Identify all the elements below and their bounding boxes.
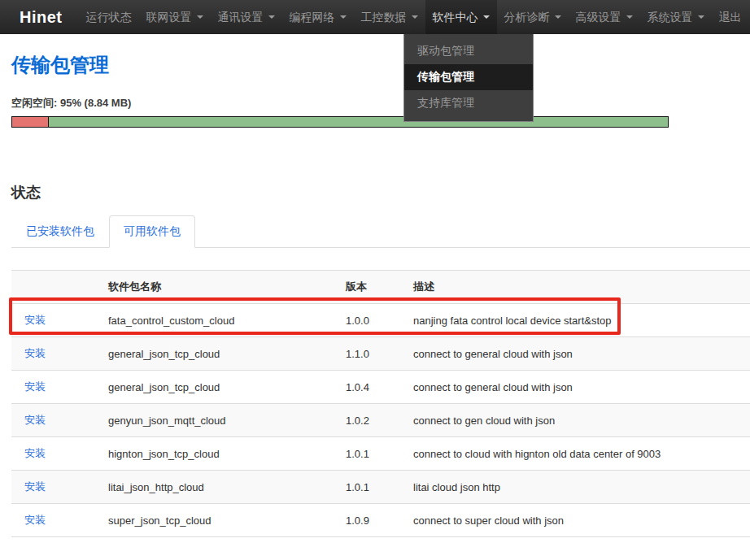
- install-link[interactable]: 安装: [24, 514, 46, 526]
- chevron-down-icon: [483, 15, 490, 19]
- description-cell: connect to cloud with hignton old data c…: [407, 437, 750, 471]
- version-cell: 1.0.1: [339, 437, 407, 471]
- install-link[interactable]: 安装: [24, 314, 46, 326]
- table-header-row: 软件包名称 版本 描述: [11, 271, 750, 304]
- action-cell: 安装: [11, 337, 102, 371]
- description-cell: connect to general cloud with json: [407, 371, 750, 404]
- nav-item-label: 分析诊断: [504, 0, 550, 34]
- package-name-cell: super_json_tcp_cloud: [102, 504, 339, 537]
- free-space-label: 空闲空间: 95% (8.84 MB): [11, 96, 750, 111]
- description-cell: connect to gen cloud with json: [407, 404, 750, 437]
- nav-item-software-center[interactable]: 软件中心: [425, 0, 497, 34]
- install-link[interactable]: 安装: [24, 447, 46, 459]
- page-title: 传输包管理: [11, 52, 750, 78]
- chevron-down-icon: [268, 15, 275, 19]
- nav-item-label: 工控数据: [361, 0, 407, 34]
- nav-item-programming-network[interactable]: 编程网络: [282, 0, 354, 34]
- description-cell: connect to general cloud with json: [407, 337, 750, 371]
- install-link[interactable]: 安装: [24, 480, 46, 493]
- package-name-cell: hignton_json_tcp_cloud: [102, 437, 339, 471]
- chevron-down-icon: [412, 15, 418, 19]
- header-version: 版本: [339, 271, 407, 304]
- nav-item-label: 退出: [719, 0, 742, 34]
- install-link[interactable]: 安装: [24, 414, 46, 426]
- table-row: 安装general_json_tcp_cloud1.0.4connect to …: [11, 371, 750, 404]
- package-name-cell: litai_json_http_cloud: [102, 471, 339, 504]
- install-link[interactable]: 安装: [24, 380, 46, 393]
- status-heading: 状态: [11, 183, 750, 202]
- nav-item-label: 运行状态: [86, 0, 132, 34]
- nav-item-label: 软件中心: [433, 0, 478, 34]
- tab-installed-packages[interactable]: 已安装软件包: [11, 215, 109, 248]
- action-cell: 安装: [11, 437, 102, 471]
- header-package-name: 软件包名称: [102, 271, 339, 304]
- header-action: [11, 271, 102, 304]
- chevron-down-icon: [197, 15, 203, 19]
- nav-item-advanced-settings[interactable]: 高级设置: [569, 0, 640, 34]
- package-name-cell: general_json_tcp_cloud: [102, 337, 339, 371]
- nav-item-comm-settings[interactable]: 通讯设置: [211, 0, 282, 34]
- version-cell: 1.0.0: [339, 304, 407, 337]
- nav-item-logout[interactable]: 退出: [712, 0, 749, 34]
- nav-item-label: 高级设置: [576, 0, 621, 34]
- progress-free-segment: [49, 116, 669, 128]
- nav-item-label: 编程网络: [290, 0, 335, 34]
- nav-item-network-settings[interactable]: 联网设置: [139, 0, 211, 34]
- software-center-dropdown: 驱动包管理传输包管理支持库管理: [403, 34, 534, 122]
- free-space-progress-bar: [11, 116, 669, 128]
- tab-available-packages[interactable]: 可用软件包: [109, 215, 195, 248]
- table-body: 安装fata_control_custom_cloud1.0.0nanjing …: [11, 304, 750, 537]
- progress-used-segment: [11, 116, 49, 128]
- version-cell: 1.0.2: [339, 404, 407, 437]
- table-row: 安装super_json_tcp_cloud1.0.9connect to su…: [11, 504, 750, 537]
- table-row: 安装litai_json_http_cloud1.0.1litai cloud …: [11, 471, 750, 504]
- nav-item-run-status[interactable]: 运行状态: [79, 0, 139, 34]
- nav-item-industrial-data[interactable]: 工控数据: [354, 0, 425, 34]
- version-cell: 1.0.4: [339, 371, 407, 404]
- version-cell: 1.0.1: [339, 471, 407, 504]
- table-row: 安装hignton_json_tcp_cloud1.0.1connect to …: [11, 437, 750, 471]
- action-cell: 安装: [11, 504, 102, 537]
- main-content: 传输包管理 空闲空间: 95% (8.84 MB) 状态 已安装软件包可用软件包…: [0, 52, 750, 560]
- packages-table: 软件包名称 版本 描述 安装fata_control_custom_cloud1…: [11, 270, 750, 537]
- version-cell: 1.1.0: [339, 337, 407, 371]
- nav-item-label: 通讯设置: [218, 0, 264, 34]
- chevron-down-icon: [698, 15, 704, 19]
- package-name-cell: genyun_json_mqtt_cloud: [102, 404, 339, 437]
- navbar: Hinet 运行状态联网设置通讯设置编程网络工控数据软件中心分析诊断高级设置系统…: [0, 0, 750, 34]
- chevron-down-icon: [555, 15, 561, 19]
- description-cell: nanjing fata control local device start&…: [407, 304, 750, 337]
- chevron-down-icon: [340, 15, 347, 19]
- version-cell: 1.0.9: [339, 504, 407, 537]
- chevron-down-icon: [626, 15, 633, 19]
- package-name-cell: fata_control_custom_cloud: [102, 304, 339, 337]
- nav-item-label: 系统设置: [648, 0, 693, 34]
- header-description: 描述: [407, 271, 750, 304]
- dropdown-item-support-lib-mgmt[interactable]: 支持库管理: [404, 90, 533, 116]
- brand-logo: Hinet: [0, 8, 72, 27]
- table-row: 安装genyun_json_mqtt_cloud1.0.2connect to …: [11, 404, 750, 437]
- package-tabs: 已安装软件包可用软件包: [11, 215, 750, 248]
- action-cell: 安装: [11, 371, 102, 404]
- nav-item-analysis-diagnosis[interactable]: 分析诊断: [497, 0, 569, 34]
- navbar-menu: 运行状态联网设置通讯设置编程网络工控数据软件中心分析诊断高级设置系统设置退出: [79, 0, 749, 34]
- install-link[interactable]: 安装: [24, 347, 46, 359]
- action-cell: 安装: [11, 404, 102, 437]
- action-cell: 安装: [11, 471, 102, 504]
- dropdown-item-transfer-package-mgmt[interactable]: 传输包管理: [404, 64, 533, 90]
- dropdown-item-driver-package-mgmt[interactable]: 驱动包管理: [404, 38, 533, 64]
- action-cell: 安装: [11, 304, 102, 337]
- description-cell: connect to super cloud with json: [407, 504, 750, 537]
- packages-table-wrap: 软件包名称 版本 描述 安装fata_control_custom_cloud1…: [11, 270, 750, 537]
- description-cell: litai cloud json http: [407, 471, 750, 504]
- nav-item-label: 联网设置: [146, 0, 192, 34]
- package-name-cell: general_json_tcp_cloud: [102, 371, 339, 404]
- nav-item-system-settings[interactable]: 系统设置: [640, 0, 712, 34]
- table-row: 安装general_json_tcp_cloud1.1.0connect to …: [11, 337, 750, 371]
- table-row: 安装fata_control_custom_cloud1.0.0nanjing …: [11, 304, 750, 337]
